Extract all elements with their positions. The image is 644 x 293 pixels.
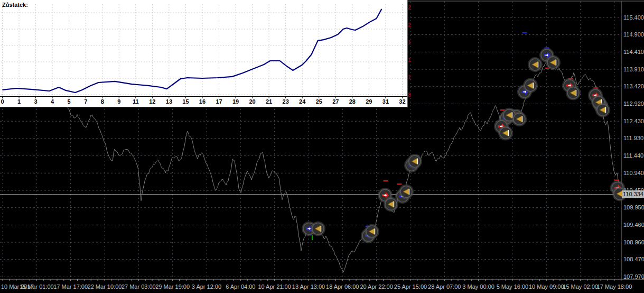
price-axis-label: 112.430 <box>623 118 644 124</box>
time-axis-label: 25 Apr 15:00 <box>394 283 427 290</box>
time-axis-label: 18 Apr 06:00 <box>326 283 359 290</box>
balance-line-series <box>3 9 382 93</box>
balance-axis-label: 25 <box>316 98 322 105</box>
time-axis-label: 6 Apr 04:00 <box>226 283 255 290</box>
balance-axis-label: 32 <box>399 98 405 105</box>
time-axis-label: 10 Apr 21:00 <box>258 283 291 290</box>
price-axis-label: 109.950 <box>623 204 644 210</box>
balance-axis-label: 3 <box>34 98 38 105</box>
price-axis-label: 115.400 <box>623 14 644 21</box>
balance-chart-title: Zůstatek: <box>2 2 28 8</box>
balance-axis-label: 21 <box>266 98 272 105</box>
balance-axis-label: 13 <box>166 98 172 105</box>
price-axis-label: 113.910 <box>623 66 644 72</box>
balance-axis-label: 17 <box>216 98 222 105</box>
close-trade-marker[interactable] <box>513 113 526 126</box>
time-axis-label: 27 Mar 03:00 <box>122 283 156 290</box>
price-axis-label: 113.420 <box>623 83 644 89</box>
close-trade-marker[interactable] <box>408 155 422 168</box>
time-axis-label: 15 May 02:00 <box>563 283 598 290</box>
balance-axis-label: 20 <box>249 98 255 105</box>
price-axis-label: 108.470 <box>623 256 644 262</box>
price-axis-label: 114.900 <box>623 31 644 38</box>
balance-chart-canvas: 0134578911121315161719202123242527282931… <box>0 0 407 107</box>
price-axis-label: 114.410 <box>623 49 644 55</box>
balance-axis-clipped-digit: 2 <box>408 22 411 28</box>
balance-axis-label: 8 <box>101 98 104 105</box>
price-axis-label: 112.920 <box>623 100 644 107</box>
price-axis-label: 108.960 <box>623 239 644 245</box>
close-trade-marker[interactable] <box>529 58 542 71</box>
time-axis-label: 15 Mar 01:00 <box>20 283 54 290</box>
balance-axis-clipped-digit: 8 <box>408 91 411 98</box>
close-trade-marker[interactable] <box>567 86 580 99</box>
balance-axis-label: 23 <box>283 98 289 105</box>
balance-axis-label: 28 <box>349 98 356 105</box>
close-trade-marker[interactable] <box>547 56 560 69</box>
balance-axis-label: 5 <box>68 98 71 105</box>
time-axis-label: 10 May 09:00 <box>529 283 564 290</box>
close-trade-marker[interactable] <box>596 103 610 116</box>
balance-overlay-chart: 0134578911121315161719202123242527282931… <box>0 0 408 107</box>
time-axis-label: 29 Mar 19:00 <box>155 283 190 290</box>
balance-axis-label: 19 <box>232 98 239 105</box>
time-axis-label: 20 Apr 22:00 <box>360 283 393 290</box>
balance-axis-clipped-digit: 1 <box>408 74 411 80</box>
close-trade-marker[interactable] <box>385 198 398 211</box>
time-axis-label: 3 Apr 12:00 <box>192 283 221 290</box>
balance-axis-label: 0 <box>1 98 4 105</box>
close-trade-marker[interactable] <box>366 225 379 238</box>
balance-axis-clipped-digit: 1 <box>408 39 411 45</box>
balance-axis-label: 24 <box>299 98 306 105</box>
time-axis-label: 13 Apr 13:00 <box>292 283 325 290</box>
balance-axis-label: 27 <box>332 98 339 105</box>
price-axis-label: 107.970 <box>623 273 644 280</box>
balance-axis-label: 31 <box>382 98 389 105</box>
balance-axis-label: 29 <box>366 98 372 105</box>
close-trade-marker[interactable] <box>312 222 325 235</box>
time-axis-label: 17 Mar 17:00 <box>53 283 88 290</box>
time-axis-label: 5 May 16:00 <box>497 283 529 290</box>
balance-axis-label: 1 <box>17 98 21 105</box>
time-axis-label: 17 May 18:00 <box>597 283 632 290</box>
time-axis-label: 22 Mar 10:00 <box>88 283 122 290</box>
close-trade-marker[interactable] <box>499 126 512 140</box>
price-axis-label: 111.930 <box>623 135 643 141</box>
current-price-badge: 110.334 <box>622 190 644 198</box>
close-trade-marker[interactable] <box>400 185 413 198</box>
balance-axis-label: 4 <box>51 98 54 105</box>
balance-axis-label: 11 <box>133 98 139 105</box>
time-axis-label: 3 May 00:00 <box>462 283 494 290</box>
price-axis-label: 109.460 <box>623 222 644 228</box>
price-axis-label: 111.440 <box>623 152 643 159</box>
price-axis-label: 110.940 <box>623 170 644 176</box>
balance-axis-label: 7 <box>84 98 87 105</box>
time-axis-label: 28 Apr 07:00 <box>428 283 461 290</box>
close-trade-marker[interactable] <box>524 79 537 92</box>
trading-terminal-chart-window: 115.400114.900114.410113.910113.420112.9… <box>0 0 644 293</box>
balance-axis-label: 9 <box>117 98 120 105</box>
balance-axis-clipped-digit: 1 <box>408 57 411 63</box>
balance-axis-label: 12 <box>149 98 155 105</box>
balance-axis-clipped-digit: 2 <box>408 4 411 11</box>
balance-axis-label: 15 <box>182 98 189 105</box>
balance-axis-label: 16 <box>199 98 206 105</box>
